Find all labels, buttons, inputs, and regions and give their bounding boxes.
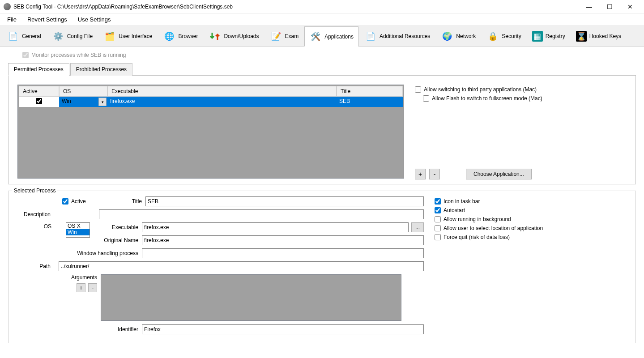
right-options: Allow switching to third party applicati… <box>415 85 627 179</box>
executable-label: Executable <box>90 224 142 230</box>
add-process-button[interactable]: + <box>415 169 426 179</box>
allow-location-checkbox[interactable] <box>435 225 441 231</box>
allow-switching-label: Allow switching to third party applicati… <box>424 86 537 93</box>
maximize-button[interactable]: ☐ <box>599 0 620 13</box>
col-active[interactable]: Active <box>19 86 59 97</box>
active-label: Active <box>71 198 86 205</box>
menubar: File Revert Settings Use Settings <box>0 13 644 26</box>
exam-icon: 📝 <box>270 30 282 43</box>
table-row[interactable]: Win▾ firefox.exe SEB <box>19 97 403 107</box>
force-quit-label: Force quit (risk of data loss) <box>444 234 510 240</box>
identifier-label: Identifier <box>16 326 142 332</box>
tab-applications[interactable]: 🛠️Applications <box>304 26 358 47</box>
icon-taskbar-label: Icon in task bar <box>444 198 480 205</box>
row-active-checkbox[interactable] <box>36 98 42 104</box>
force-quit-checkbox[interactable] <box>435 234 441 240</box>
hooked-icon: ⌛ <box>576 31 587 42</box>
window-title: SEB Config Tool - C:\Users\drs\AppData\R… <box>13 4 579 10</box>
col-executable[interactable]: Executable <box>107 86 337 97</box>
executable-field[interactable] <box>142 222 409 232</box>
menu-use[interactable]: Use Settings <box>73 14 116 25</box>
tab-browser[interactable]: 🌐Browser <box>158 26 203 46</box>
titlebar: SEB Config Tool - C:\Users\drs\AppData\R… <box>0 0 644 13</box>
cell-os[interactable]: Win▾ <box>59 97 107 107</box>
tab-exam[interactable]: 📝Exam <box>265 26 304 46</box>
chevron-down-icon[interactable]: ▾ <box>98 98 107 106</box>
tab-registry[interactable]: ▦Registry <box>527 26 570 46</box>
allow-flash-checkbox[interactable] <box>423 95 429 102</box>
tab-additional-resources[interactable]: 📄Additional Resources <box>359 26 435 46</box>
subtab-prohibited[interactable]: Prohibited Processes <box>70 63 132 76</box>
content-area: Monitor processes while SEB is running P… <box>0 47 644 349</box>
subtabs: Permitted Processes Prohibited Processes <box>8 63 636 76</box>
tab-user-interface[interactable]: 🗂️User Interface <box>98 26 157 46</box>
security-icon: 🔒 <box>486 30 499 43</box>
tab-down-uploads[interactable]: Down/Uploads <box>204 26 264 46</box>
tab-network[interactable]: 🌍Network <box>436 26 481 46</box>
allow-bg-label: Allow running in background <box>444 216 511 222</box>
resources-icon: 📄 <box>364 30 377 43</box>
allow-location-label: Allow user to select location of applica… <box>444 225 543 231</box>
col-title[interactable]: Title <box>337 86 403 97</box>
processes-table[interactable]: Active OS Executable Title Win▾ firefox.… <box>17 85 404 179</box>
toolbar: 📄General ⚙️Config File 🗂️User Interface … <box>0 26 644 47</box>
os-listbox[interactable]: OS X Win <box>66 222 90 238</box>
remove-process-button[interactable]: - <box>429 169 440 179</box>
menu-file[interactable]: File <box>2 14 22 25</box>
add-argument-button[interactable]: + <box>77 283 85 292</box>
selected-process-legend: Selected Process <box>12 188 57 194</box>
allow-switching-checkbox[interactable] <box>415 86 421 93</box>
tab-panel: Active OS Executable Title Win▾ firefox.… <box>8 76 636 184</box>
identifier-field[interactable] <box>142 324 424 334</box>
arguments-label: Arguments <box>16 274 97 281</box>
description-field[interactable] <box>99 209 424 219</box>
network-icon: 🌍 <box>441 30 453 43</box>
minimize-button[interactable]: — <box>579 0 599 13</box>
menu-revert[interactable]: Revert Settings <box>22 14 73 25</box>
remove-argument-button[interactable]: - <box>88 283 97 292</box>
cell-executable[interactable]: firefox.exe <box>107 97 337 107</box>
tab-hooked-keys[interactable]: ⌛Hooked Keys <box>571 26 626 46</box>
arguments-list[interactable] <box>101 274 401 321</box>
allow-bg-checkbox[interactable] <box>435 216 441 222</box>
subtab-permitted[interactable]: Permitted Processes <box>8 63 69 76</box>
title-label: Title <box>113 198 145 205</box>
updown-icon <box>209 30 221 43</box>
selected-process-fieldset: Selected Process Active Title Descriptio… <box>8 191 636 343</box>
choose-application-button[interactable]: Choose Application... <box>466 169 532 179</box>
icon-taskbar-checkbox[interactable] <box>435 198 441 205</box>
tab-general[interactable]: 📄General <box>2 26 46 46</box>
description-label: Description <box>16 211 54 217</box>
monitor-checkbox[interactable] <box>22 52 29 58</box>
browser-icon: 🌐 <box>163 30 175 43</box>
whp-field[interactable] <box>142 248 424 258</box>
tab-security[interactable]: 🔒Security <box>482 26 526 46</box>
tab-config-file[interactable]: ⚙️Config File <box>47 26 98 46</box>
apps-icon: 🛠️ <box>309 30 322 43</box>
title-field[interactable] <box>145 196 424 206</box>
allow-flash-label: Allow Flash to switch to fullscreen mode… <box>432 95 542 102</box>
cell-title[interactable]: SEB <box>337 97 403 107</box>
os-option-win[interactable]: Win <box>66 229 90 235</box>
path-field[interactable] <box>59 261 424 271</box>
active-checkbox[interactable] <box>62 198 68 205</box>
browse-executable-button[interactable]: ... <box>411 222 424 232</box>
cell-active[interactable] <box>19 97 59 107</box>
config-icon: ⚙️ <box>52 30 64 43</box>
autostart-checkbox[interactable] <box>435 207 441 213</box>
original-name-label: Original Name <box>90 237 142 243</box>
monitor-label: Monitor processes while SEB is running <box>31 52 126 58</box>
autostart-label: Autostart <box>444 207 465 213</box>
col-os[interactable]: OS <box>59 86 107 97</box>
path-label: Path <box>16 263 54 269</box>
monitor-processes-row: Monitor processes while SEB is running <box>22 52 636 58</box>
os-label: OS <box>16 223 54 230</box>
original-name-field[interactable] <box>142 235 424 245</box>
general-icon: 📄 <box>7 30 19 43</box>
ui-icon: 🗂️ <box>103 30 116 43</box>
whp-label: Window handling process <box>16 250 142 256</box>
registry-icon: ▦ <box>532 31 543 42</box>
os-option-osx[interactable]: OS X <box>66 223 90 229</box>
app-icon <box>4 3 11 10</box>
close-button[interactable]: ✕ <box>620 0 640 13</box>
